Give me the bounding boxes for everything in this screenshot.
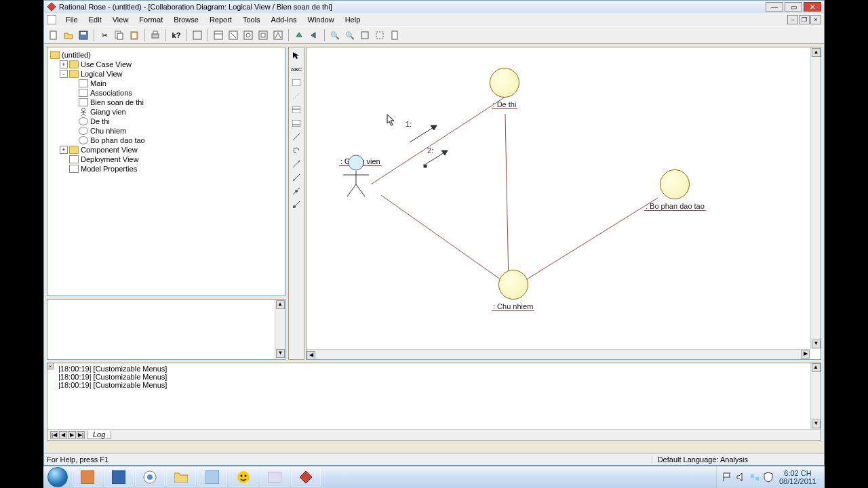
- node-chu-nhiem[interactable]: : Chu nhiem: [492, 270, 534, 311]
- nav-back-button[interactable]: [307, 28, 321, 42]
- tree-item[interactable]: De thi: [50, 117, 282, 126]
- link-tool[interactable]: [290, 131, 303, 143]
- canvas-hscroll[interactable]: ◀▶: [307, 349, 810, 359]
- tray-shield-icon[interactable]: [763, 472, 774, 483]
- nav-up-button[interactable]: [292, 28, 306, 42]
- data-token-tool[interactable]: [290, 185, 303, 197]
- log-close-button[interactable]: ×: [47, 363, 54, 369]
- mdi-restore[interactable]: ❐: [799, 15, 810, 24]
- menu-help[interactable]: Help: [340, 14, 366, 25]
- task-app1[interactable]: [73, 468, 102, 487]
- log-last[interactable]: ▶|: [77, 431, 85, 439]
- open-button[interactable]: [62, 28, 75, 42]
- tree-item[interactable]: Bo phan dao tao: [50, 136, 282, 145]
- task-chrome[interactable]: [135, 468, 165, 487]
- browser-tree[interactable]: (untitled) +Use Case View-Logical ViewMa…: [47, 47, 285, 296]
- system-tray[interactable]: 6:02 CH 08/12/2011: [716, 466, 825, 488]
- tree-item[interactable]: -Logical View: [50, 69, 282, 79]
- tree-item[interactable]: Giang vien: [50, 107, 282, 117]
- titlebar[interactable]: Rational Rose - (untitled) - [Collaborat…: [44, 1, 824, 13]
- browse-class-button[interactable]: [191, 28, 204, 42]
- anchor-tool[interactable]: [290, 90, 303, 102]
- log-prev[interactable]: ◀: [59, 431, 67, 439]
- paste-button[interactable]: [127, 28, 141, 42]
- node-de-thi[interactable]: : De thi: [490, 68, 519, 109]
- task-yahoo[interactable]: [229, 468, 258, 487]
- context-help-button[interactable]: k?: [170, 28, 183, 42]
- link-self-tool[interactable]: [290, 144, 303, 157]
- maximize-button[interactable]: ▭: [785, 2, 802, 12]
- menu-report[interactable]: Report: [204, 14, 237, 25]
- zoom-fit-button[interactable]: [358, 28, 372, 42]
- documentation-box[interactable]: ▲▼: [47, 299, 285, 360]
- canvas-vscroll[interactable]: ▲▼: [810, 47, 821, 349]
- tree-twisty[interactable]: +: [60, 146, 68, 154]
- node-giang-vien[interactable]: : Giang vien: [339, 155, 382, 166]
- menu-addins[interactable]: Add-Ins: [266, 14, 302, 25]
- menu-view[interactable]: View: [107, 14, 134, 25]
- print-button[interactable]: [149, 28, 162, 42]
- menu-format[interactable]: Format: [134, 14, 168, 25]
- log-next[interactable]: ▶: [68, 431, 76, 439]
- log-vscroll[interactable]: ▲▼: [810, 363, 821, 429]
- node-bo-phan[interactable]: : Bo phan dao tao: [644, 169, 706, 211]
- message-tool[interactable]: [290, 158, 303, 170]
- tree-twisty[interactable]: -: [60, 70, 68, 78]
- tree-item[interactable]: +Component View: [50, 145, 282, 155]
- tray-net-icon[interactable]: [749, 472, 760, 483]
- class-instance-tool[interactable]: [290, 117, 303, 129]
- tree-twisty[interactable]: +: [60, 60, 68, 68]
- log-tab[interactable]: Log: [87, 430, 111, 439]
- start-button[interactable]: [43, 466, 72, 489]
- text-tool[interactable]: ABC: [290, 63, 303, 75]
- task-rose[interactable]: [291, 468, 321, 487]
- menu-window[interactable]: Window: [302, 14, 340, 25]
- close-button[interactable]: ✕: [804, 2, 821, 12]
- menu-browse[interactable]: Browse: [168, 14, 204, 25]
- diagram4-button[interactable]: [256, 28, 270, 42]
- task-explorer[interactable]: [166, 468, 196, 487]
- save-button[interactable]: [77, 28, 90, 42]
- message-1[interactable]: 1:: [406, 120, 412, 128]
- tree-item[interactable]: Chu nhiem: [50, 126, 282, 136]
- tree-item[interactable]: Model Properties: [50, 164, 282, 174]
- diagram5-button[interactable]: [271, 28, 285, 42]
- reverse-message-tool[interactable]: [290, 171, 303, 184]
- menu-edit[interactable]: Edit: [83, 14, 107, 25]
- select-tool[interactable]: [290, 49, 303, 62]
- mdi-minimize[interactable]: –: [787, 15, 798, 24]
- tray-flag-icon[interactable]: [722, 472, 733, 483]
- diagram-canvas[interactable]: : De thi : Giang vien: [306, 47, 821, 360]
- note-tool[interactable]: [290, 77, 303, 89]
- tray-clock[interactable]: 6:02 CH 08/12/2011: [775, 469, 821, 485]
- tray-speaker-icon[interactable]: [736, 472, 747, 483]
- menu-file[interactable]: File: [60, 14, 83, 25]
- task-app3[interactable]: [197, 468, 227, 487]
- menu-tools[interactable]: Tools: [237, 14, 266, 25]
- zoom-sel-button[interactable]: [373, 28, 387, 42]
- tree-item[interactable]: Main: [50, 79, 282, 88]
- copy-button[interactable]: [113, 28, 126, 42]
- object-tool[interactable]: [290, 104, 303, 116]
- diagram2-button[interactable]: [226, 28, 240, 42]
- diagram1-button[interactable]: [212, 28, 225, 42]
- log-body[interactable]: |18:00:19| [Customizable Menus] |18:00:1…: [47, 363, 821, 429]
- minimize-button[interactable]: —: [766, 2, 783, 12]
- new-button[interactable]: [47, 28, 60, 42]
- tree-root[interactable]: (untitled): [50, 50, 282, 60]
- zoom-page-button[interactable]: [388, 28, 401, 42]
- reverse-data-tool[interactable]: [290, 199, 303, 211]
- task-app4[interactable]: [260, 468, 290, 487]
- doc-scrollbar[interactable]: ▲▼: [275, 300, 285, 359]
- log-first[interactable]: |◀: [50, 431, 58, 439]
- tree-item[interactable]: Deployment View: [50, 155, 282, 164]
- diagram3-button[interactable]: [241, 28, 255, 42]
- cut-button[interactable]: ✂: [98, 28, 111, 42]
- task-app2[interactable]: [104, 468, 134, 487]
- tree-item[interactable]: Bien soan de thi: [50, 98, 282, 107]
- tree-item[interactable]: Associations: [50, 88, 282, 98]
- message-2[interactable]: 2:: [427, 146, 433, 155]
- zoom-out-button[interactable]: 🔍: [343, 28, 357, 42]
- tree-item[interactable]: +Use Case View: [50, 60, 282, 69]
- zoom-in-button[interactable]: 🔍: [328, 28, 342, 42]
